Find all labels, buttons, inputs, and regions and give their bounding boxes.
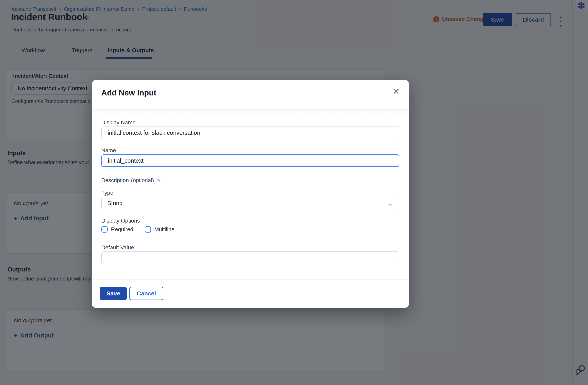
display-options-row: Required Multiline bbox=[101, 226, 174, 233]
default-value-label: Default Value bbox=[101, 244, 134, 251]
display-options-label: Display Options bbox=[101, 218, 140, 224]
name-label: Name bbox=[101, 147, 116, 154]
modal-save-button[interactable]: Save bbox=[100, 287, 127, 300]
required-checkbox[interactable] bbox=[101, 226, 108, 233]
display-name-field[interactable] bbox=[101, 127, 399, 139]
modal-footer-divider bbox=[92, 279, 409, 280]
description-optional-label: (optional) bbox=[131, 177, 154, 183]
modal-title: Add New Input bbox=[101, 88, 156, 97]
required-checkbox-label: Required bbox=[111, 226, 133, 233]
description-label-row: Description (optional) ✎ bbox=[101, 177, 161, 184]
display-name-label: Display Name bbox=[101, 119, 135, 126]
type-select[interactable]: String ⌄ bbox=[101, 197, 399, 209]
default-value-field[interactable] bbox=[101, 251, 399, 264]
add-new-input-modal: Add New Input ✕ Display Name Name Descri… bbox=[92, 80, 409, 308]
multiline-checkbox-label: Multiline bbox=[154, 226, 175, 233]
close-icon[interactable]: ✕ bbox=[392, 87, 400, 96]
modal-header-shadow bbox=[92, 109, 409, 114]
multiline-checkbox[interactable] bbox=[145, 226, 151, 233]
modal-cancel-button[interactable]: Cancel bbox=[129, 287, 163, 300]
edit-description-pencil-icon[interactable]: ✎ bbox=[156, 177, 161, 184]
type-label: Type bbox=[101, 190, 113, 196]
chevron-down-icon: ⌄ bbox=[387, 201, 393, 205]
name-field[interactable] bbox=[101, 154, 399, 167]
description-label: Description bbox=[101, 177, 129, 183]
type-select-value: String bbox=[107, 200, 123, 206]
